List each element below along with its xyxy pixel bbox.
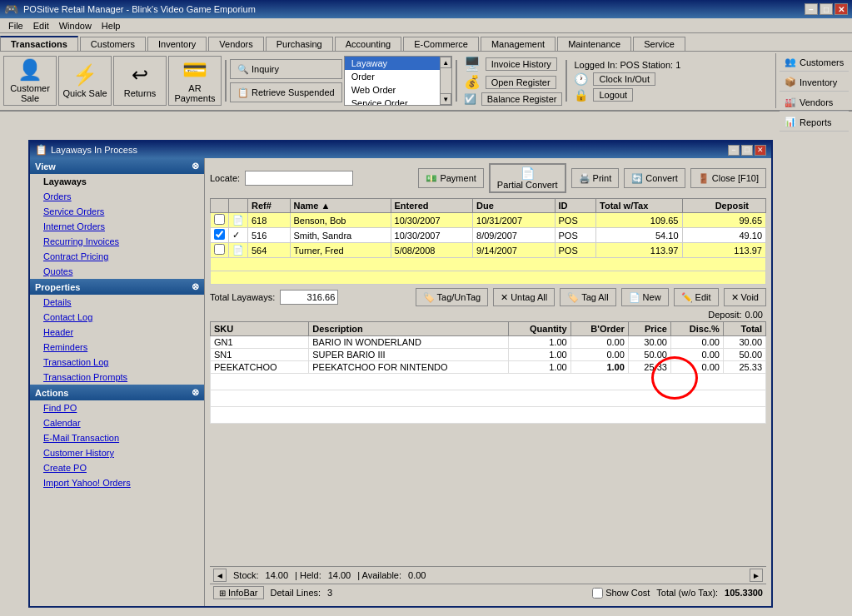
total-layaways-input[interactable] xyxy=(280,290,338,305)
tab-service[interactable]: Service xyxy=(633,37,685,51)
scroll-down-arrow[interactable]: ▼ xyxy=(440,93,451,105)
tab-customers[interactable]: Customers xyxy=(80,37,146,51)
row3-deposit: 113.97 xyxy=(682,243,766,258)
dropdown-order[interactable]: Order xyxy=(345,70,451,83)
untag-all-button[interactable]: ✕ Untag All xyxy=(493,288,555,306)
table-row[interactable]: 📄 618 Benson, Bob 10/30/2007 10/31/2007 … xyxy=(211,213,766,228)
dialog-maximize-button[interactable]: □ xyxy=(741,145,753,156)
row2-checkbox[interactable] xyxy=(211,228,229,243)
close-f10-button[interactable]: 🚪 Close [F10] xyxy=(690,168,766,188)
sidebar-item-details[interactable]: Details xyxy=(30,295,204,310)
infobar-button[interactable]: ⊞ InfoBar xyxy=(213,586,264,599)
sidebar-actions-section[interactable]: Actions ⊗ xyxy=(30,385,204,400)
sidebar-item-layaways[interactable]: Layaways xyxy=(30,174,204,189)
minimize-button[interactable]: − xyxy=(805,3,818,15)
dropdown-service-order[interactable]: Service Order xyxy=(345,97,451,105)
sidebar-item-service-orders[interactable]: Service Orders xyxy=(30,204,204,219)
tab-management[interactable]: Management xyxy=(481,37,556,51)
side-vendors-button[interactable]: 🏭 Vendors xyxy=(780,93,849,112)
nav-left-arrow[interactable]: ◄ xyxy=(213,569,227,582)
item1-desc: BARIO IN WONDERLAND xyxy=(309,336,509,349)
table-row[interactable]: ✓ 516 Smith, Sandra 10/30/2007 8/09/2007… xyxy=(211,228,766,243)
balance-register-button[interactable]: Balance Register xyxy=(481,92,563,106)
sidebar-item-customer-history[interactable]: Customer History xyxy=(30,445,204,460)
sidebar-properties-section[interactable]: Properties ⊗ xyxy=(30,279,204,295)
item-row[interactable]: SN1 SUPER BARIO III 1.00 0.00 50.00 0.00… xyxy=(211,349,766,361)
invoice-history-button[interactable]: Invoice History xyxy=(486,57,557,71)
inquiry-button[interactable]: 🔍 Inquiry xyxy=(230,59,342,79)
sidebar-item-quotes[interactable]: Quotes xyxy=(30,264,204,279)
sidebar-item-calendar[interactable]: Calendar xyxy=(30,415,204,430)
show-cost-checkbox[interactable] xyxy=(592,588,603,599)
dropdown-web-order[interactable]: Web Order xyxy=(345,83,451,97)
customers-side-icon: 👥 xyxy=(785,57,796,67)
sidebar-item-contact-log[interactable]: Contact Log xyxy=(30,310,204,325)
ar-payments-button[interactable]: 💳 AR Payments xyxy=(168,56,222,106)
side-inventory-button[interactable]: 📦 Inventory xyxy=(780,73,849,92)
partial-convert-button[interactable]: 📄 Partial Convert xyxy=(489,163,566,193)
sidebar-item-create-po[interactable]: Create PO xyxy=(30,460,204,475)
item-row[interactable]: PEEKATCHOO PEEKATCHOO FOR NINTENDO 1.00 … xyxy=(211,361,766,374)
col-checkbox xyxy=(211,199,229,213)
logout-button[interactable]: Logout xyxy=(593,88,633,102)
tab-purchasing[interactable]: Purchasing xyxy=(266,37,333,51)
close-button[interactable]: ✕ xyxy=(835,3,848,15)
open-register-button[interactable]: Open Register xyxy=(486,76,556,89)
sidebar-view-section[interactable]: View ⊗ xyxy=(30,158,204,174)
sidebar-item-email-transaction[interactable]: E-Mail Transaction xyxy=(30,430,204,445)
tag-all-button[interactable]: 🏷️ Tag All xyxy=(560,288,615,306)
sidebar-item-import-yahoo[interactable]: Import Yahoo! Orders xyxy=(30,475,204,490)
dialog-icon: 📋 xyxy=(35,144,47,156)
quick-sale-button[interactable]: ⚡ Quick Sale xyxy=(58,56,112,106)
sidebar-item-header[interactable]: Header xyxy=(30,325,204,340)
print-button[interactable]: 🖨️ Print xyxy=(571,168,620,188)
retrieve-suspended-button[interactable]: 📋 Retrieve Suspended xyxy=(230,82,342,102)
sidebar-item-orders[interactable]: Orders xyxy=(30,189,204,204)
sidebar-item-reminders[interactable]: Reminders xyxy=(30,340,204,355)
stock-value: 14.00 xyxy=(266,570,289,580)
locate-label: Locate: xyxy=(210,173,240,183)
item-row[interactable]: GN1 BARIO IN WONDERLAND 1.00 0.00 30.00 … xyxy=(211,336,766,349)
item3-border: 1.00 xyxy=(570,361,628,374)
tab-vendors[interactable]: Vendors xyxy=(208,37,263,51)
scroll-up-arrow[interactable]: ▲ xyxy=(440,57,451,68)
payment-button[interactable]: 💵 Payment xyxy=(418,168,483,188)
sidebar-item-recurring-invoices[interactable]: Recurring Invoices xyxy=(30,234,204,249)
dropdown-layaway[interactable]: Layaway xyxy=(345,57,451,70)
sidebar-item-transaction-log[interactable]: Transaction Log xyxy=(30,355,204,370)
tab-accounting[interactable]: Accounting xyxy=(335,37,401,51)
menu-window[interactable]: Window xyxy=(54,20,97,32)
sidebar-item-internet-orders[interactable]: Internet Orders xyxy=(30,219,204,234)
returns-button[interactable]: ↩ Returns xyxy=(113,56,167,106)
tab-transactions[interactable]: Transactions xyxy=(0,36,78,51)
row1-checkbox[interactable] xyxy=(211,213,229,228)
menu-file[interactable]: File xyxy=(3,20,28,32)
convert-button[interactable]: 🔄 Convert xyxy=(624,168,685,188)
tab-inventory[interactable]: Inventory xyxy=(147,37,207,51)
menu-edit[interactable]: Edit xyxy=(28,20,54,32)
side-customers-button[interactable]: 👥 Customers xyxy=(780,53,849,72)
dialog-minimize-button[interactable]: − xyxy=(728,145,740,156)
maximize-button[interactable]: □ xyxy=(820,3,833,15)
new-button[interactable]: 📄 New xyxy=(621,288,669,306)
customer-sale-button[interactable]: 👤 Customer Sale xyxy=(3,56,57,106)
returns-icon: ↩ xyxy=(132,63,148,87)
items-col-qty: Quantity xyxy=(508,322,570,336)
menu-help[interactable]: Help xyxy=(97,20,126,32)
tab-maintenance[interactable]: Maintenance xyxy=(557,37,631,51)
row3-checkbox[interactable] xyxy=(211,243,229,258)
table-row[interactable]: 📄 564 Turner, Fred 5/08/2008 9/14/2007 P… xyxy=(211,243,766,258)
locate-input[interactable] xyxy=(245,171,353,186)
clock-in-out-button[interactable]: Clock In/Out xyxy=(593,72,655,86)
content-toolbar: Locate: 💵 Payment 📄 Partial Convert 🖨️ P… xyxy=(210,163,766,193)
nav-right-arrow[interactable]: ► xyxy=(750,569,763,582)
sidebar-item-contract-pricing[interactable]: Contract Pricing xyxy=(30,249,204,264)
sidebar-item-find-po[interactable]: Find PO xyxy=(30,400,204,415)
dialog-close-button[interactable]: ✕ xyxy=(755,145,766,156)
tab-ecommerce[interactable]: E-Commerce xyxy=(403,37,479,51)
void-button[interactable]: ✕ Void xyxy=(724,288,766,306)
edit-button[interactable]: ✏️ Edit xyxy=(674,288,719,306)
sidebar-item-transaction-prompts[interactable]: Transaction Prompts xyxy=(30,370,204,385)
tag-untag-button[interactable]: 🏷️ Tag/UnTag xyxy=(416,288,489,306)
side-reports-button[interactable]: 📊 Reports xyxy=(780,113,849,132)
